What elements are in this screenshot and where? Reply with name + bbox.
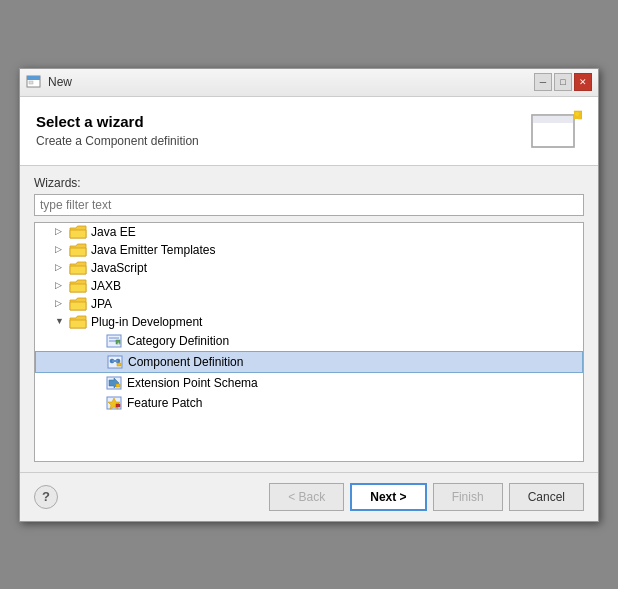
wizards-label: Wizards: (34, 176, 584, 190)
feature-icon (105, 395, 123, 411)
svg-rect-22 (116, 404, 120, 407)
folder-icon (69, 315, 87, 329)
tree-item-label: Extension Point Schema (127, 376, 258, 390)
window-title: New (48, 75, 72, 89)
svg-rect-4 (532, 115, 574, 123)
header-text: Select a wizard Create a Component defin… (36, 113, 199, 148)
chevron-icon: ▷ (55, 226, 67, 238)
tree-item-java-emitter[interactable]: ▷ Java Emitter Templates (35, 241, 583, 259)
header-section: Select a wizard Create a Component defin… (20, 97, 598, 166)
finish-button[interactable]: Finish (433, 483, 503, 511)
tree-item-label: Java Emitter Templates (91, 243, 216, 257)
chevron-icon (91, 397, 103, 409)
help-button[interactable]: ? (34, 485, 58, 509)
close-button[interactable]: ✕ (574, 73, 592, 91)
tree-item-label: JavaScript (91, 261, 147, 275)
tree-item-label: Plug-in Development (91, 315, 202, 329)
chevron-icon: ▷ (55, 262, 67, 274)
dialog-title: Select a wizard (36, 113, 199, 130)
tree-item-category-def[interactable]: + Category Definition (35, 331, 583, 351)
window-icon (26, 74, 42, 90)
tree-item-label: JPA (91, 297, 112, 311)
svg-rect-17 (112, 360, 118, 362)
tree-item-jpa[interactable]: ▷ JPA (35, 295, 583, 313)
dialog-window: New ─ □ ✕ Select a wizard Create a Compo… (19, 68, 599, 522)
dialog-subtitle: Create a Component definition (36, 134, 199, 148)
maximize-button[interactable]: □ (554, 73, 572, 91)
filter-input[interactable] (34, 194, 584, 216)
folder-icon (69, 225, 87, 239)
tree-item-jaxb[interactable]: ▷ JAXB (35, 277, 583, 295)
svg-rect-18 (117, 363, 121, 366)
chevron-icon (92, 356, 104, 368)
footer-left: ? (34, 485, 58, 509)
tree-item-component-def[interactable]: Component Definition (35, 351, 583, 373)
tree-item-label: Java EE (91, 225, 136, 239)
tree-item-extension-point[interactable]: Extension Point Schema (35, 373, 583, 393)
svg-rect-20 (116, 384, 120, 387)
tree-item-label: JAXB (91, 279, 121, 293)
tree-item-plugin-dev[interactable]: ▼ Plug-in Development (35, 313, 583, 331)
cancel-button[interactable]: Cancel (509, 483, 584, 511)
tree-item-java-ee[interactable]: ▷ Java EE (35, 223, 583, 241)
next-button[interactable]: Next > (350, 483, 426, 511)
folder-icon (69, 261, 87, 275)
footer: ? < Back Next > Finish Cancel (20, 472, 598, 521)
extension-icon (105, 375, 123, 391)
tree-item-label: Feature Patch (127, 396, 202, 410)
tree-item-label: Component Definition (128, 355, 243, 369)
folder-icon (69, 243, 87, 257)
minimize-button[interactable]: ─ (534, 73, 552, 91)
svg-text:+: + (117, 340, 120, 346)
tree-container: ▷ Java EE▷ Java Emitter Templates▷ JavaS… (34, 222, 584, 462)
svg-rect-2 (29, 81, 33, 84)
component-icon (106, 354, 124, 370)
chevron-icon (91, 335, 103, 347)
tree-item-feature-patch[interactable]: Feature Patch (35, 393, 583, 413)
title-bar: New ─ □ ✕ (20, 69, 598, 97)
chevron-icon (91, 377, 103, 389)
footer-buttons: < Back Next > Finish Cancel (269, 483, 584, 511)
svg-rect-1 (27, 76, 40, 80)
title-bar-controls: ─ □ ✕ (534, 73, 592, 91)
tree-item-label: Category Definition (127, 334, 229, 348)
folder-icon (69, 297, 87, 311)
back-button[interactable]: < Back (269, 483, 344, 511)
title-bar-left: New (26, 74, 72, 90)
chevron-icon: ▷ (55, 298, 67, 310)
svg-point-8 (575, 112, 579, 116)
tree-item-javascript[interactable]: ▷ JavaScript (35, 259, 583, 277)
chevron-icon: ▷ (55, 244, 67, 256)
category-icon: + (105, 333, 123, 349)
wizard-icon (530, 109, 582, 153)
chevron-icon: ▷ (55, 280, 67, 292)
content-section: Wizards: ▷ Java EE▷ Java Emitter Templat… (20, 166, 598, 472)
chevron-icon: ▼ (55, 316, 67, 328)
folder-icon (69, 279, 87, 293)
